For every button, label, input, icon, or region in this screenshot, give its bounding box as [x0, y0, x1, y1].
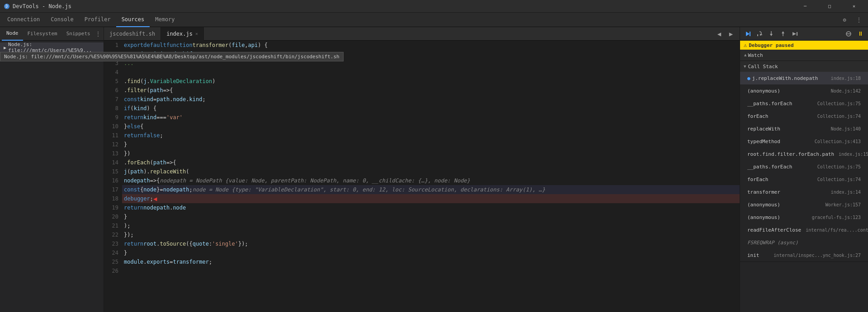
- ln4: 4: [104, 68, 118, 77]
- call-stack-section-header[interactable]: ▼ Call Stack: [740, 61, 868, 72]
- editor-tab-jscodeshift[interactable]: jscodeshift.sh: [104, 27, 161, 41]
- callstack-triangle-icon: ▼: [744, 64, 746, 69]
- ln21: 21: [104, 221, 118, 230]
- editor-tab-close-icon[interactable]: ✕: [195, 31, 198, 36]
- ln17: 17: [104, 185, 118, 194]
- main-layout: Node Filesystem Snippets ⋮ ▶ Node.js: fi…: [0, 27, 868, 312]
- svg-rect-5: [757, 34, 758, 36]
- editor-tab-label-jscodeshift: jscodeshift.sh: [109, 31, 155, 37]
- file-tree-item-nodejs[interactable]: ▶ Node.js: file:///mnt/c/Users/%E5%9...: [0, 42, 104, 52]
- close-button[interactable]: ✕: [844, 0, 864, 13]
- code-line-5: .find(j.VariableDeclaration): [122, 77, 740, 86]
- cs-name-4: replaceWith: [747, 126, 780, 132]
- svg-rect-3: [750, 32, 750, 36]
- code-line-10: } else {: [122, 122, 740, 131]
- callstack-frame-6[interactable]: root.find.filter.forEach.path index.js:1…: [740, 148, 868, 160]
- watch-section-header[interactable]: ▶ Watch: [740, 50, 868, 61]
- left-panel: Node Filesystem Snippets ⋮ ▶ Node.js: fi…: [0, 27, 104, 312]
- file-tree: ▶ Node.js: file:///mnt/c/Users/%E5%9... …: [0, 41, 104, 312]
- deactivate-breakpoints-button[interactable]: [844, 29, 854, 39]
- ln25: 25: [104, 257, 118, 266]
- ln26: 26: [104, 266, 118, 275]
- tab-filesystem[interactable]: Filesystem: [23, 27, 62, 41]
- callstack-frame-8[interactable]: forEach Collection.js:74: [740, 173, 868, 186]
- code-line-13: }): [122, 149, 740, 158]
- step-out-button[interactable]: [778, 29, 788, 39]
- cs-loc-9: index.js:14: [831, 190, 861, 195]
- call-stack-label: Call Stack: [748, 64, 778, 70]
- window-controls: ─ □ ✕: [795, 0, 864, 13]
- ln5: 5: [104, 77, 118, 86]
- code-line-20: }: [122, 212, 740, 221]
- cs-loc-10: Worker.js:157: [826, 202, 861, 207]
- ln16: 16: [104, 176, 118, 185]
- step-frame-button[interactable]: [790, 29, 800, 39]
- pause-on-exceptions-button[interactable]: ⏸: [855, 29, 865, 39]
- tab-node[interactable]: Node: [2, 27, 23, 41]
- callstack-frame-14[interactable]: init internal/inspec...ync_hook.js:27: [740, 249, 868, 261]
- tab-profiler[interactable]: Profiler: [79, 13, 116, 27]
- devtools-icon: D: [4, 3, 10, 9]
- cs-name-5: typedMethod: [747, 139, 780, 144]
- editor-tabs: jscodeshift.sh index.js ✕ ◀ ▶: [104, 27, 740, 41]
- code-line-23: return root.toSource({ quote: 'single' }…: [122, 239, 740, 248]
- navigate-forward-button[interactable]: ▶: [726, 29, 736, 39]
- ln11: 11: [104, 131, 118, 140]
- code-line-26: [122, 266, 740, 275]
- code-content[interactable]: export default function transformer(file…: [122, 41, 740, 312]
- svg-rect-11: [797, 32, 797, 36]
- debugger-paused-banner: ⚠ Debugger paused: [740, 41, 868, 50]
- ln19: 19: [104, 203, 118, 212]
- step-over-button[interactable]: [755, 29, 764, 39]
- cs-loc-12: internal/fs/rea....context.js:53: [806, 228, 868, 233]
- more-options-icon[interactable]: ⋮: [852, 13, 866, 27]
- ln24: 24: [104, 248, 118, 257]
- left-panel-more-icon[interactable]: ⋮: [95, 28, 102, 39]
- resume-button[interactable]: [743, 29, 753, 39]
- callstack-frame-2[interactable]: __paths.forEach Collection.js:75: [740, 97, 868, 110]
- tab-connection[interactable]: Connection: [2, 13, 45, 27]
- callstack-frame-4[interactable]: replaceWith Node.js:140: [740, 122, 868, 135]
- cs-name-10: (anonymous): [747, 202, 780, 208]
- cs-name-1: (anonymous): [747, 88, 780, 94]
- callstack-frame-0[interactable]: ●j.replaceWith.nodepath index.js:18: [740, 72, 868, 84]
- tab-snippets[interactable]: Snippets: [62, 27, 95, 41]
- tab-memory[interactable]: Memory: [150, 13, 180, 27]
- settings-gear-icon[interactable]: ⚙: [837, 13, 852, 27]
- callstack-frame-10[interactable]: (anonymous) Worker.js:157: [740, 198, 868, 211]
- ln20: 20: [104, 212, 118, 221]
- callstack-frame-9[interactable]: transformer index.js:14: [740, 186, 868, 198]
- cs-loc-14: internal/inspec...ync_hook.js:27: [774, 253, 861, 258]
- code-line-11: return false;: [122, 131, 740, 140]
- cs-loc-4: Node.js:140: [831, 126, 861, 131]
- maximize-button[interactable]: □: [819, 0, 840, 13]
- ln6: 6: [104, 86, 118, 95]
- cs-loc-11: graceful-fs.js:123: [812, 215, 861, 220]
- svg-text:D: D: [6, 5, 8, 9]
- code-line-16: nodepath => { nodepath = NodePath {value…: [122, 176, 740, 185]
- line-numbers: 1 2 3 4 5 6 7 8 9 10 11 12 13 14 15 16 1…: [104, 41, 122, 312]
- cs-loc-1: Node.js:142: [831, 88, 861, 93]
- tab-sources[interactable]: Sources: [116, 13, 150, 27]
- watch-section: ▶ Watch: [740, 50, 868, 61]
- minimize-button[interactable]: ─: [795, 0, 816, 13]
- ln8: 8: [104, 104, 118, 113]
- ln10: 10: [104, 122, 118, 131]
- callstack-frame-7[interactable]: __paths.forEach Collection.js:75: [740, 160, 868, 173]
- navigate-back-button[interactable]: ◀: [714, 29, 724, 39]
- callstack-frame-3[interactable]: forEach Collection.js:74: [740, 110, 868, 122]
- callstack-frame-11[interactable]: (anonymous) graceful-fs.js:123: [740, 211, 868, 224]
- step-into-button[interactable]: [766, 29, 776, 39]
- cs-name-14: init: [747, 252, 760, 258]
- callstack-frame-1[interactable]: (anonymous) Node.js:142: [740, 84, 868, 97]
- callstack-frame-5[interactable]: typedMethod Collection.js:413: [740, 135, 868, 148]
- cs-name-0: ●j.replaceWith.nodepath: [747, 75, 818, 81]
- debug-toolbar: ⏸: [740, 27, 868, 41]
- code-line-4: [122, 68, 740, 77]
- cs-loc-8: Collection.js:74: [817, 177, 861, 182]
- callstack-frame-13[interactable]: FSREQWRAP (async): [740, 236, 868, 249]
- tab-console[interactable]: Console: [45, 13, 79, 27]
- callstack-frame-12[interactable]: readFileAfterClose internal/fs/rea....co…: [740, 224, 868, 236]
- code-line-14: .forEach(path => {: [122, 158, 740, 167]
- editor-tab-indexjs[interactable]: index.js ✕: [161, 27, 204, 41]
